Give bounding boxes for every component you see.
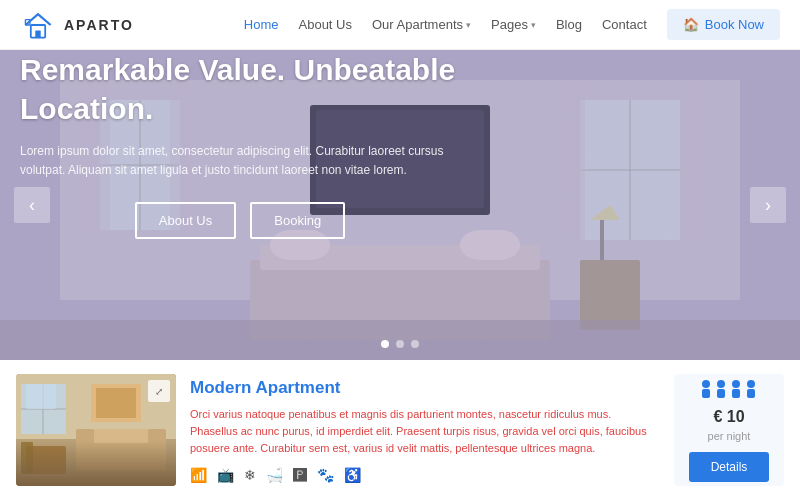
svg-rect-22 xyxy=(580,260,640,330)
nav-home[interactable]: Home xyxy=(244,17,279,32)
apartment-title: Modern Apartment xyxy=(190,378,660,398)
wifi-icon: 📶 xyxy=(190,467,207,483)
parking-icon: 🅿 xyxy=(293,467,307,483)
hero-about-button[interactable]: About Us xyxy=(135,202,236,239)
svg-rect-2 xyxy=(35,30,40,37)
svg-rect-14 xyxy=(565,80,585,240)
apartment-pricing: € 10 per night Details xyxy=(674,374,784,486)
hero-dots xyxy=(381,340,419,348)
main-nav: Home About Us Our Apartments ▾ Pages ▾ B… xyxy=(244,9,780,40)
svg-rect-36 xyxy=(148,429,166,471)
svg-rect-44 xyxy=(732,389,740,398)
details-button[interactable]: Details xyxy=(689,452,769,482)
pet-icon: 🐾 xyxy=(317,467,334,483)
svg-rect-38 xyxy=(21,442,33,474)
apartment-amenities: 📶 📺 ❄ 🛁 🅿 🐾 ♿ xyxy=(190,467,660,483)
nav-blog[interactable]: Blog xyxy=(556,17,582,32)
expand-icon[interactable]: ⤢ xyxy=(148,380,170,402)
apartment-image: ⤢ xyxy=(16,374,176,486)
nav-contact[interactable]: Contact xyxy=(602,17,647,32)
svg-point-43 xyxy=(732,380,740,388)
hero-subtitle: Lorem ipsum dolor sit amet, consectetur … xyxy=(20,142,460,180)
wheelchair-icon: ♿ xyxy=(344,467,361,483)
svg-rect-40 xyxy=(702,389,710,398)
svg-point-41 xyxy=(717,380,725,388)
apartments-caret: ▾ xyxy=(466,20,471,30)
logo-text: APARTO xyxy=(64,17,134,33)
nav-pages[interactable]: Pages ▾ xyxy=(491,17,536,32)
svg-point-45 xyxy=(747,380,755,388)
svg-point-39 xyxy=(702,380,710,388)
hero-next-button[interactable]: › xyxy=(750,187,786,223)
apartment-info: Modern Apartment Orci varius natoque pen… xyxy=(190,374,660,486)
svg-rect-42 xyxy=(717,389,725,398)
apartment-card-section: ⤢ Modern Apartment Orci varius natoque p… xyxy=(0,360,800,500)
ac-icon: ❄ xyxy=(244,467,256,483)
logo-icon xyxy=(20,7,56,43)
hero-prev-button[interactable]: ‹ xyxy=(14,187,50,223)
hero-section: ‹ Remarkable Value. Unbeatable Location.… xyxy=(0,50,800,360)
svg-rect-35 xyxy=(76,429,94,471)
logo[interactable]: APARTO xyxy=(20,7,134,43)
svg-rect-46 xyxy=(747,389,755,398)
pages-caret: ▾ xyxy=(531,20,536,30)
hero-booking-button[interactable]: Booking xyxy=(250,202,345,239)
book-icon: 🏠 xyxy=(683,17,699,32)
svg-rect-32 xyxy=(96,388,136,418)
tv-icon: 📺 xyxy=(217,467,234,483)
hero-dot-2[interactable] xyxy=(396,340,404,348)
svg-rect-33 xyxy=(76,436,166,471)
hero-content: Remarkable Value. Unbeatable Location. L… xyxy=(0,50,480,239)
bath-icon: 🛁 xyxy=(266,467,283,483)
hero-dot-1[interactable] xyxy=(381,340,389,348)
svg-rect-37 xyxy=(26,446,66,474)
hero-title: Remarkable Value. Unbeatable Location. xyxy=(20,50,460,128)
hero-dot-3[interactable] xyxy=(411,340,419,348)
svg-rect-15 xyxy=(680,80,710,240)
apartment-desc-highlight: Curabitur sem est, varius id velit matti… xyxy=(260,442,595,454)
price-person-icons xyxy=(699,378,759,400)
svg-rect-23 xyxy=(600,220,604,260)
occupancy-icons xyxy=(699,378,759,400)
nav-about[interactable]: About Us xyxy=(299,17,352,32)
hero-buttons: About Us Booking xyxy=(20,202,460,239)
book-now-button[interactable]: 🏠 Book Now xyxy=(667,9,780,40)
header: APARTO Home About Us Our Apartments ▾ Pa… xyxy=(0,0,800,50)
apartment-description: Orci varius natoque penatibus et magnis … xyxy=(190,406,660,457)
price-per-night: per night xyxy=(708,430,751,442)
nav-apartments[interactable]: Our Apartments ▾ xyxy=(372,17,471,32)
price-amount: € 10 xyxy=(713,408,744,426)
